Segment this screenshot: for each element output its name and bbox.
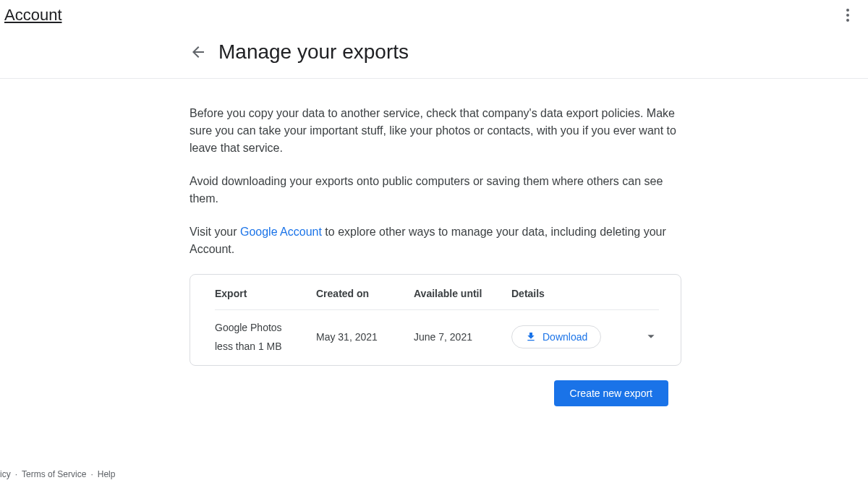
- intro-3-pre: Visit your: [190, 226, 240, 238]
- google-account-link[interactable]: Google Account: [240, 226, 322, 238]
- th-details: Details: [511, 288, 659, 299]
- footer-help-link[interactable]: Help: [98, 469, 116, 479]
- td-created-on: May 31, 2021: [316, 331, 414, 343]
- create-new-export-button[interactable]: Create new export: [554, 380, 668, 406]
- footer: icy · Terms of Service · Help: [0, 469, 115, 479]
- download-button[interactable]: Download: [511, 325, 601, 348]
- td-export: Google Photos less than 1 MB: [215, 322, 316, 352]
- th-available-until: Available until: [414, 288, 511, 299]
- intro-paragraph-1: Before you copy your data to another ser…: [190, 105, 681, 157]
- footer-terms-link[interactable]: Terms of Service: [22, 469, 86, 479]
- back-arrow-icon[interactable]: [190, 43, 207, 61]
- download-button-label: Download: [542, 331, 587, 343]
- td-available-until: June 7, 2021: [414, 331, 511, 343]
- table-row: Google Photos less than 1 MB May 31, 202…: [215, 310, 659, 352]
- expand-chevron-icon[interactable]: [643, 328, 659, 346]
- footer-separator: ·: [15, 469, 17, 479]
- intro-paragraph-3: Visit your Google Account to explore oth…: [190, 223, 681, 258]
- exports-card: Export Created on Available until Detail…: [190, 274, 681, 366]
- account-brand-link[interactable]: Account: [4, 6, 62, 25]
- intro-paragraph-2: Avoid downloading your exports onto publ…: [190, 173, 681, 207]
- th-export: Export: [215, 288, 316, 299]
- export-name: Google Photos: [215, 322, 316, 333]
- footer-link-fragment[interactable]: icy: [0, 469, 11, 479]
- table-header-row: Export Created on Available until Detail…: [215, 288, 659, 310]
- download-icon: [525, 331, 537, 343]
- page-title: Manage your exports: [218, 40, 409, 64]
- footer-separator: ·: [90, 469, 93, 479]
- th-created-on: Created on: [316, 288, 414, 299]
- export-size: less than 1 MB: [215, 341, 316, 352]
- more-options-icon[interactable]: [839, 7, 856, 24]
